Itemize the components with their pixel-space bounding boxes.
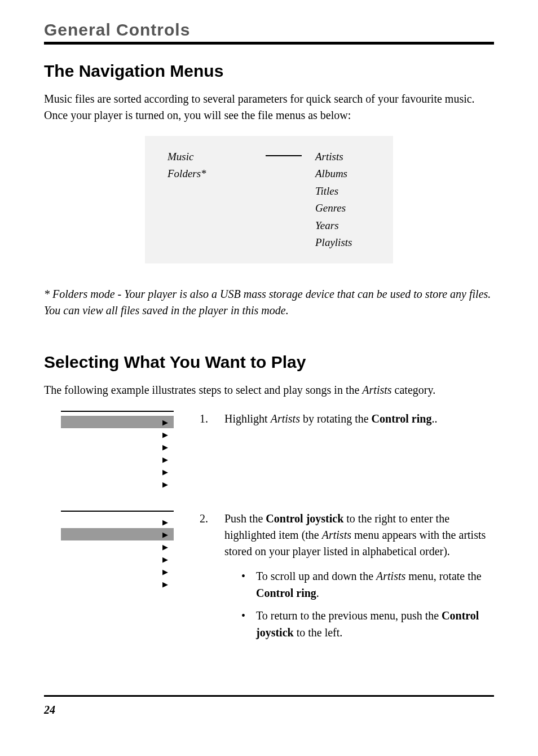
menu-right-item: Playlists — [315, 234, 352, 251]
step1-post: .. — [431, 412, 437, 425]
step-body: Highlight Artists by rotating the Contro… — [224, 411, 494, 427]
b1-mid: menu, rotate the — [405, 570, 481, 582]
menu-right-item: Albums — [315, 165, 352, 182]
triangle-icon: ▶ — [162, 530, 168, 539]
triangle-icon: ▶ — [162, 455, 168, 464]
b1-post: . — [316, 587, 319, 599]
mini-menu-illustration: ▶ ▶ ▶ ▶ ▶ ▶ — [61, 411, 174, 490]
mini-menu-row: ▶ — [61, 540, 174, 553]
mini-menu-row: ▶ — [61, 465, 174, 478]
section-header: General Controls — [44, 20, 494, 39]
menu-right-item: Titles — [315, 183, 352, 200]
bullet-item: • To return to the previous menu, push t… — [241, 607, 494, 641]
step2-strong1: Control joystick — [266, 512, 343, 525]
triangle-icon: ▶ — [162, 518, 168, 526]
page-footer: 24 — [44, 695, 494, 717]
bullet-dot: • — [241, 568, 249, 601]
triangle-icon: ▶ — [162, 543, 168, 551]
menu-diagram: Music Folders* Artists Albums Titles Gen… — [145, 136, 393, 263]
menu-right-item: Genres — [315, 200, 352, 217]
bullet-item: • To scroll up and down the Artists menu… — [241, 568, 494, 601]
selecting-intro-pre: The following example illustrates steps … — [44, 384, 362, 396]
mini-menu-rule — [61, 511, 174, 512]
folders-footnote: * Folders mode - Your player is also a U… — [44, 286, 494, 319]
step-1-block: ▶ ▶ ▶ ▶ ▶ ▶ 1. Highlight Artists by rota… — [44, 411, 494, 490]
step1-mid: by rotating the — [300, 412, 372, 425]
triangle-icon: ▶ — [162, 580, 168, 588]
menu-connector-line — [266, 155, 302, 156]
step1-em: Artists — [271, 412, 300, 425]
b1-pre: To scroll up and down the — [256, 570, 376, 582]
step-2-text: 2. Push the Control joystick to the righ… — [200, 511, 494, 647]
triangle-icon: ▶ — [162, 430, 168, 439]
menu-left-item: Music — [167, 148, 252, 165]
section-rule — [44, 42, 494, 45]
menu-col-left: Music Folders* — [167, 148, 252, 183]
mini-menu-rule — [61, 411, 174, 412]
step2-pre: Push the — [224, 512, 266, 525]
step1-pre: Highlight — [224, 412, 271, 425]
page-number: 24 — [44, 704, 494, 717]
step-2-block: ▶ ▶ ▶ ▶ ▶ ▶ 2. Push the Control joystick… — [44, 511, 494, 647]
triangle-icon: ▶ — [162, 480, 168, 489]
triangle-icon: ▶ — [162, 468, 168, 476]
b1-strong: Control ring — [256, 587, 316, 599]
selecting-title: Selecting What You Want to Play — [44, 353, 494, 372]
b2-post: to the left. — [294, 626, 343, 639]
b1-em: Artists — [376, 570, 405, 582]
step-body: Push the Control joystick to the right t… — [224, 511, 494, 647]
triangle-icon: ▶ — [162, 555, 168, 564]
mini-menu-row: ▶ — [61, 453, 174, 465]
footer-rule — [44, 695, 494, 697]
step-number: 2. — [200, 511, 211, 647]
mini-menu-illustration: ▶ ▶ ▶ ▶ ▶ ▶ — [61, 511, 174, 590]
mini-menu-row-highlight: ▶ — [61, 528, 174, 540]
mini-menu-row: ▶ — [61, 441, 174, 453]
triangle-icon: ▶ — [162, 443, 168, 451]
menu-right-item: Artists — [315, 148, 352, 165]
b2-pre: To return to the previous menu, push the — [256, 609, 442, 622]
menu-col-right: Artists Albums Titles Genres Years Playl… — [315, 148, 352, 251]
nav-menus-intro: Music files are sorted according to seve… — [44, 91, 494, 124]
triangle-icon: ▶ — [162, 568, 168, 576]
menu-right-item: Years — [315, 217, 352, 234]
step-1-text: 1. Highlight Artists by rotating the Con… — [200, 411, 494, 427]
step1-strong: Control ring — [372, 412, 432, 425]
bullet-dot: • — [241, 607, 249, 641]
mini-menu-row: ▶ — [61, 553, 174, 565]
selecting-intro-post: category. — [392, 384, 436, 396]
bullet-text: To scroll up and down the Artists menu, … — [256, 568, 494, 601]
mini-menu-row-highlight: ▶ — [61, 416, 174, 428]
mini-menu-row: ▶ — [61, 565, 174, 578]
step-number: 1. — [200, 411, 211, 427]
menu-left-item: Folders* — [167, 165, 252, 182]
mini-menu-row: ▶ — [61, 428, 174, 441]
step2-em1: Artists — [322, 529, 351, 541]
mini-menu-row: ▶ — [61, 578, 174, 590]
step2-bullets: • To scroll up and down the Artists menu… — [224, 568, 494, 641]
selecting-intro: The following example illustrates steps … — [44, 382, 494, 398]
triangle-icon: ▶ — [162, 418, 168, 427]
bullet-text: To return to the previous menu, push the… — [256, 607, 494, 641]
mini-menu-row: ▶ — [61, 478, 174, 490]
nav-menus-title: The Navigation Menus — [44, 61, 494, 81]
mini-menu-row: ▶ — [61, 516, 174, 528]
selecting-intro-em: Artists — [362, 384, 391, 396]
